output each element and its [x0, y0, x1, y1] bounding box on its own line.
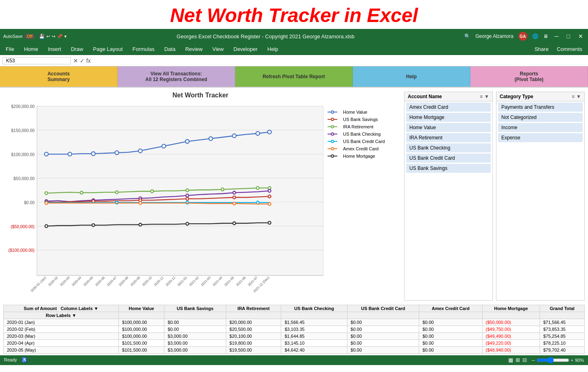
account-filter-home-value[interactable]: Home Value: [406, 123, 491, 132]
svg-point-25: [256, 132, 260, 135]
view-all-label: View All Transactions:All 12 Registers C…: [145, 71, 207, 83]
cell-value: $0.00: [347, 326, 419, 332]
title-bar-right: 🔍 George Alzamora GA 🌐 🖥 ─ □ ✕: [464, 32, 585, 41]
category-filter-expense[interactable]: Expense: [498, 133, 583, 142]
zoom-out-icon[interactable]: ─: [532, 358, 535, 363]
svg-text:2020-05: 2020-05: [83, 276, 94, 287]
row-label: 2020-05 (May): [4, 346, 119, 353]
menu-draw[interactable]: Draw: [69, 45, 85, 53]
legend-us-bank-checking: US Bank Checking: [328, 132, 397, 136]
zoom-level: 90%: [575, 358, 584, 363]
svg-text:2021-03: 2021-03: [200, 276, 212, 287]
monitor-icon[interactable]: 🖥: [543, 33, 548, 39]
account-name-filter: Account Name ≡ ▼ Amex Credit Card Home M…: [404, 92, 493, 301]
menu-review[interactable]: Review: [184, 45, 204, 53]
svg-point-38: [186, 194, 189, 197]
close-btn[interactable]: ✕: [577, 33, 585, 40]
col-us-credit: US Bank Credit Card: [347, 305, 419, 312]
cell-value: ($49,490.00): [482, 332, 540, 339]
menu-data[interactable]: Data: [163, 45, 177, 53]
category-filter-sort-icon[interactable]: ≡: [572, 94, 575, 99]
refresh-pivot-button[interactable]: Refresh Pivot Table Report: [235, 66, 353, 87]
category-filter-payments[interactable]: Payments and Transfers: [498, 103, 583, 112]
pivot-table: Sum of Amount Column Labels ▼ Home Value…: [3, 305, 585, 354]
svg-point-55: [45, 225, 48, 227]
maximize-btn[interactable]: □: [565, 33, 572, 40]
menu-insert[interactable]: Insert: [46, 45, 63, 53]
account-filter-sort-icon[interactable]: ≡: [480, 94, 483, 99]
account-filter-us-savings[interactable]: US Bank Savings: [406, 164, 491, 173]
table-row: 2020-04 (Apr)$101,500.00$3,000.00$19,800…: [4, 339, 585, 346]
share-button[interactable]: Share: [533, 45, 550, 53]
cell-value: $20,100.00: [226, 332, 281, 339]
redo-icon[interactable]: ↪: [52, 34, 55, 39]
menu-help[interactable]: Help: [266, 45, 280, 53]
menu-developer[interactable]: Developer: [232, 45, 259, 53]
svg-point-17: [68, 152, 72, 156]
enter-formula-icon[interactable]: ✓: [80, 57, 85, 64]
pin-icon[interactable]: 📌: [57, 34, 63, 39]
account-filter-amex[interactable]: Amex Credit Card: [406, 103, 491, 112]
accounts-summary-button[interactable]: AccountsSummary: [0, 66, 118, 87]
menu-view[interactable]: View: [211, 45, 225, 53]
svg-text:2020-08: 2020-08: [118, 276, 129, 287]
cell-value: $3,145.10: [281, 339, 347, 346]
col-amex: Amex Credit Card: [419, 305, 482, 312]
svg-point-33: [256, 187, 259, 189]
category-filter-uncategorized[interactable]: Not Categorized: [498, 113, 583, 122]
view-all-transactions-button[interactable]: View All Transactions:All 12 Registers C…: [118, 66, 235, 87]
cancel-formula-icon[interactable]: ✕: [73, 57, 78, 64]
save-icon[interactable]: 💾: [39, 34, 45, 39]
help-label: Help: [406, 74, 417, 79]
row-labels-header: Row Labels ▼: [4, 312, 585, 319]
zoom-slider[interactable]: [537, 357, 569, 363]
formula-bar: ✕ ✓ fx: [0, 55, 588, 66]
help-button[interactable]: Help: [353, 66, 470, 87]
comments-button[interactable]: Comments: [555, 45, 584, 53]
category-filter-icons: ≡ ▼: [572, 94, 581, 99]
cell-value: $20,500.00: [226, 326, 281, 332]
insert-function-icon[interactable]: fx: [86, 57, 91, 64]
legend-ira-retirement: IRA Retirement: [328, 124, 397, 129]
autosave-toggle[interactable]: Off: [24, 34, 35, 39]
account-filter-us-credit[interactable]: US Bank Credit Card: [406, 154, 491, 163]
menu-page-layout[interactable]: Page Layout: [92, 45, 125, 53]
cell-value: ($49,750.00): [482, 326, 540, 332]
account-filter-home-mortgage[interactable]: Home Mortgage: [406, 113, 491, 122]
table-row: 2020-05 (May)$101,500.00$3,000.00$19,500…: [4, 346, 585, 353]
svg-point-84: [331, 118, 334, 121]
svg-point-20: [138, 149, 142, 153]
svg-point-82: [331, 111, 334, 113]
accessibility-icon[interactable]: ♿: [22, 357, 27, 362]
svg-point-28: [80, 191, 83, 194]
zoom-in-icon[interactable]: +: [571, 358, 573, 363]
search-icon[interactable]: 🔍: [464, 33, 470, 39]
account-filter-filter-icon[interactable]: ▼: [484, 94, 489, 99]
formula-input[interactable]: [93, 58, 586, 64]
page-layout-icon[interactable]: ⊞: [516, 357, 520, 363]
col-grand-total: Grand Total: [540, 305, 584, 312]
minimize-btn[interactable]: ─: [553, 33, 560, 40]
menu-file[interactable]: File: [4, 45, 16, 53]
svg-point-24: [232, 134, 236, 138]
cell-value: $0.00: [347, 346, 419, 353]
reports-button[interactable]: Reports(Pivot Table): [470, 66, 588, 87]
column-labels-row: Sum of Amount Column Labels ▼ Home Value…: [4, 305, 585, 312]
account-filter-us-checking[interactable]: US Bank Checking: [406, 143, 491, 152]
category-filter-income[interactable]: Income: [498, 123, 583, 132]
normal-view-icon[interactable]: ▦: [508, 357, 513, 363]
cell-value: $0.00: [419, 332, 482, 339]
page-break-icon[interactable]: ⊟: [522, 357, 527, 363]
category-filter-filter-icon[interactable]: ▼: [576, 94, 581, 99]
svg-text:2020-02: 2020-02: [48, 276, 59, 287]
svg-text:($50,000.00): ($50,000.00): [11, 225, 35, 229]
menu-formulas[interactable]: Formulas: [131, 45, 156, 53]
menu-home[interactable]: Home: [22, 45, 40, 53]
cell-value: $4,642.40: [281, 346, 347, 353]
account-filter-ira[interactable]: IRA Retirement: [406, 133, 491, 142]
cell-value: $100,000.00: [119, 319, 164, 326]
cell-reference[interactable]: [2, 57, 71, 64]
globe-icon[interactable]: 🌐: [532, 33, 538, 39]
undo-icon[interactable]: ↩: [46, 34, 50, 39]
svg-point-58: [186, 222, 189, 225]
